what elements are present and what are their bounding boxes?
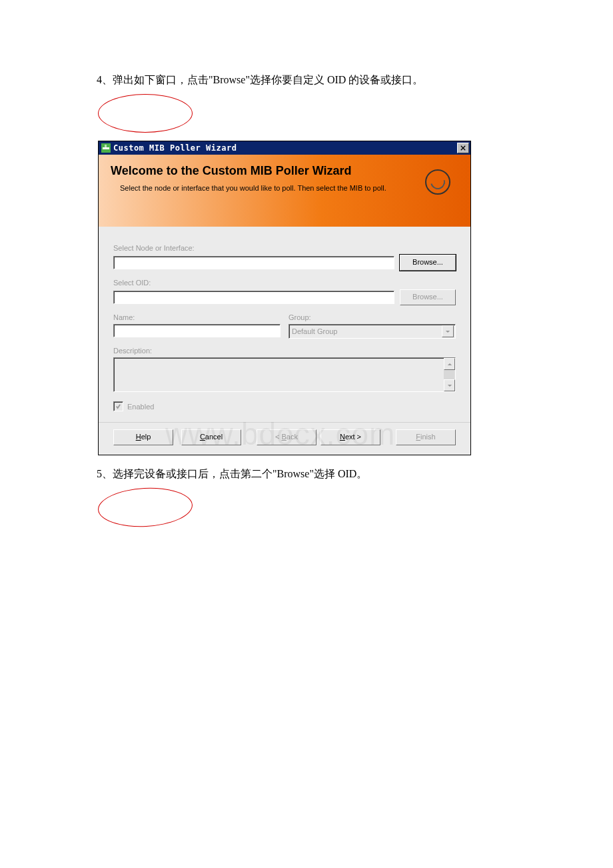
back-button[interactable]: < Back bbox=[257, 429, 316, 445]
svg-marker-2 bbox=[446, 330, 450, 332]
dropdown-arrow bbox=[442, 325, 454, 337]
wizard-header-title: Welcome to the Custom MIB Poller Wizard bbox=[111, 164, 458, 178]
app-icon bbox=[101, 143, 111, 153]
step-4-text: 4、弹出如下窗口，点击"Browse"选择你要自定义 OID 的设备或接口。 bbox=[97, 73, 580, 87]
wizard-dialog: Custom MIB Poller Wizard Welcome to the … bbox=[98, 141, 471, 455]
wizard-header-desc: Select the node or interface that you wo… bbox=[111, 183, 386, 193]
solarwinds-logo-icon bbox=[425, 169, 450, 195]
svg-marker-3 bbox=[447, 363, 451, 365]
chevron-up-icon bbox=[447, 363, 452, 366]
name-group-row: Name: Group: Default Group bbox=[113, 313, 456, 339]
enabled-checkbox[interactable] bbox=[113, 401, 123, 411]
select-node-label: Select Node or Interface: bbox=[113, 244, 456, 252]
wizard-footer: www.bdocx.com Help Cancel < Back Next > … bbox=[99, 422, 470, 455]
group-label: Group: bbox=[289, 313, 456, 321]
name-input[interactable] bbox=[113, 324, 281, 337]
description-textarea[interactable] bbox=[113, 357, 444, 392]
description-label: Description: bbox=[113, 347, 456, 355]
cancel-button[interactable]: Cancel bbox=[181, 429, 241, 445]
group-column: Group: Default Group bbox=[289, 313, 456, 339]
name-column: Name: bbox=[113, 313, 281, 339]
enabled-row: Enabled bbox=[113, 401, 456, 411]
wizard-header: Welcome to the Custom MIB Poller Wizard … bbox=[99, 155, 470, 227]
scroll-down-button[interactable] bbox=[444, 379, 455, 391]
select-node-input[interactable] bbox=[113, 256, 394, 269]
chevron-down-icon bbox=[445, 330, 450, 333]
description-wrap bbox=[113, 357, 456, 392]
step-5-text: 5、选择完设备或接口后，点击第二个"Browse"选择 OID。 bbox=[97, 467, 580, 481]
select-oid-row: Browse... bbox=[113, 289, 456, 305]
close-button[interactable] bbox=[457, 143, 469, 153]
svg-marker-4 bbox=[447, 384, 451, 386]
check-icon bbox=[115, 403, 121, 409]
close-icon bbox=[460, 145, 466, 151]
scroll-up-button[interactable] bbox=[444, 358, 455, 370]
wizard-body: Select Node or Interface: Browse... Sele… bbox=[99, 227, 470, 422]
group-select-value: Default Group bbox=[292, 327, 337, 335]
help-button[interactable]: Help bbox=[113, 429, 173, 445]
group-select[interactable]: Default Group bbox=[289, 324, 456, 339]
browse-oid-button[interactable]: Browse... bbox=[400, 289, 456, 305]
select-oid-input[interactable] bbox=[113, 291, 394, 304]
annotation-oval-1 bbox=[98, 94, 193, 133]
select-oid-label: Select OID: bbox=[113, 279, 456, 287]
description-scrollbar[interactable] bbox=[444, 357, 456, 392]
dialog-titlebar: Custom MIB Poller Wizard bbox=[99, 141, 470, 155]
next-button[interactable]: Next > bbox=[320, 429, 380, 445]
document-page: 4、弹出如下窗口，点击"Browse"选择你要自定义 OID 的设备或接口。 C… bbox=[0, 0, 613, 527]
browse-node-button[interactable]: Browse... bbox=[400, 255, 456, 271]
name-label: Name: bbox=[113, 313, 281, 321]
finish-button[interactable]: Finish bbox=[396, 429, 456, 445]
chevron-down-icon bbox=[447, 384, 452, 387]
select-node-row: Browse... bbox=[113, 255, 456, 271]
dialog-title: Custom MIB Poller Wizard bbox=[113, 143, 457, 153]
enabled-label: Enabled bbox=[127, 403, 154, 411]
annotation-oval-2 bbox=[97, 485, 194, 529]
